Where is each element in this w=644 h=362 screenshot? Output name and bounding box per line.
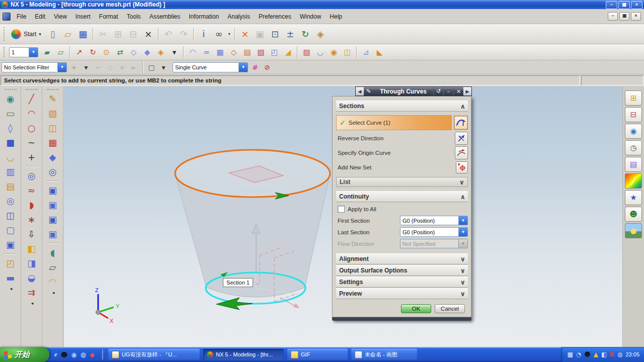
selection-filter-combo[interactable]: No Selection Filter ▼ [2,62,67,72]
open-file-icon[interactable]: ▱ [61,27,75,41]
constraint-navigator-icon[interactable]: ⊟ [625,107,642,122]
boss-icon[interactable]: ▣ [44,183,61,198]
menu-assemblies[interactable]: Assemblies [145,12,184,22]
split-body-icon[interactable]: ◫ [44,121,61,135]
cancel-button[interactable]: Cancel [435,304,465,313]
menu-analysis[interactable]: Analysis [223,12,254,22]
network-icon[interactable]: ◧ [601,351,607,358]
bounded-sheet-icon[interactable]: ▢ [2,223,19,237]
swept-surface-icon[interactable]: ◇ [227,46,240,58]
n-sided-surface-icon[interactable]: ▧ [255,46,267,58]
bounded-plane-icon[interactable]: ◰ [268,46,281,58]
dialog-titlebar[interactable]: ◀ ✎ Through Curves ↺ – × ▶ [355,86,472,96]
ie-icon[interactable]: e [54,350,57,358]
last-section-dropdown-arrow[interactable]: ▼ [458,228,467,236]
swoop-sheet-icon[interactable]: ◡ [2,150,19,164]
gallery-icon[interactable]: ● [625,223,642,238]
add-new-set-button[interactable] [456,161,468,173]
kaspersky-icon[interactable]: K [610,351,614,358]
menu-window[interactable]: Window [296,12,326,22]
no-snap-icon[interactable]: ⊘ [262,62,273,73]
expand-arrow-icon[interactable]: ∨ [460,267,465,275]
continuity-group-header[interactable]: Continuity ∧ [336,191,468,202]
history-icon[interactable]: ◷ [625,140,642,155]
datum-plane-icon[interactable]: ◇ [127,46,140,58]
menu-insert[interactable]: Insert [71,12,95,22]
section-surface-icon[interactable]: ▤ [241,46,254,58]
expand-arrow-icon[interactable]: ∨ [459,178,464,186]
downloader-icon[interactable]: ◆ [90,351,95,358]
pad-icon[interactable]: ▣ [44,212,61,227]
qq-tray-icon[interactable]: ☻ [584,351,591,358]
zoom-box-icon[interactable]: ▣ [253,27,267,41]
four-sided-surface-icon[interactable]: ◊ [2,121,19,135]
menu-format[interactable]: Format [95,12,122,22]
reverse-direction-button[interactable] [455,132,468,145]
first-section-combo[interactable]: G0 (Position) ▼ [400,216,468,225]
scroll-left-icon[interactable]: ◂ [45,289,62,296]
tube-icon[interactable]: ◎ [44,164,61,179]
scroll-left-icon[interactable]: ◂ [3,285,20,292]
close-button[interactable]: × [631,1,642,9]
curve-on-surface-icon[interactable]: ∗ [23,212,40,227]
orient-wcs-icon[interactable]: ⇄ [114,46,126,58]
toolbar-grip[interactable] [26,89,38,90]
expand-arrow-icon[interactable]: ∨ [460,290,465,298]
law-curve-icon[interactable]: ≈ [23,183,40,198]
work-layer-dropdown-arrow[interactable]: ▼ [29,48,38,57]
block-icon[interactable]: ■ [2,135,19,150]
more-datum-arrow[interactable]: ▾ [168,46,181,58]
datum-axis-icon[interactable]: ◆ [141,46,153,58]
menu-help[interactable]: Help [326,12,346,22]
last-section-combo[interactable]: G0 (Position) ▼ [400,227,468,237]
doc-minimize-button[interactable]: – [608,12,618,21]
ok-button[interactable]: OK [401,304,431,313]
extrude-icon[interactable]: ▥ [2,164,19,179]
list-collapsed-bar[interactable]: List ∨ [336,177,468,187]
zoom-in-out-icon[interactable]: ± [283,27,297,41]
settings-group-header[interactable]: Settings ∨ [336,277,468,288]
rectangle-select-icon[interactable]: ▢ [146,62,157,73]
update-icon[interactable]: ◍ [617,351,622,358]
visualization-icon[interactable]: ╱ [625,173,642,189]
wrap-curve-icon[interactable]: ◨ [23,256,40,270]
point-shapes-icon[interactable]: ◉ [2,92,19,106]
undo-selection-icon[interactable]: ↩ [93,62,104,73]
ruled-surface-icon[interactable]: ◠ [187,46,199,58]
dialog-drag-icon[interactable]: ✎ [364,87,373,96]
combine-curve-icon[interactable]: ◧ [23,241,40,256]
redo-icon[interactable]: ↷ [177,27,191,41]
app-launcher-icon[interactable]: ◉ [71,351,76,358]
collapse-arrow-icon[interactable]: ∧ [460,103,465,110]
scene-wand-icon[interactable]: ★ [625,190,642,205]
fit-view-icon[interactable]: × [238,27,252,41]
menu-information[interactable]: Information [185,12,223,22]
arc-icon[interactable]: ◠ [23,106,40,121]
preview-group-header[interactable]: Preview ∨ [336,288,468,299]
intersection-stop-icon[interactable]: # [250,62,261,73]
materials-icon[interactable]: ▤ [625,157,642,172]
menu-edit[interactable]: Edit [31,12,49,22]
alignment-group-header[interactable]: Alignment ∨ [336,253,468,264]
flatten-icon[interactable]: ▱ [44,260,61,275]
pan-view-icon[interactable]: ◈ [313,27,328,41]
sheet-body-icon[interactable]: ▤ [2,179,19,194]
paste-icon[interactable]: ⊟ [126,27,140,41]
keyboard-icon[interactable]: ▦ [567,351,573,358]
toolbar-grip[interactable] [4,47,7,58]
rotate-view-icon[interactable]: ↻ [298,27,312,41]
find-icon[interactable]: ∞ [212,27,226,41]
expand-arrow-icon[interactable]: ∨ [460,279,465,286]
bend-sheet-icon[interactable]: ◠ [44,275,61,289]
taskbar-button-gif-folder[interactable]: GIF [287,349,348,360]
law-extension-icon[interactable]: ◢ [282,46,294,58]
sections-group-header[interactable]: Sections ∧ [336,101,468,112]
sketch-icon[interactable]: ✎ [44,92,61,106]
minimize-button[interactable]: – [606,1,617,9]
curve-rule-dropdown-arrow[interactable]: ▼ [238,63,248,72]
dialog-nav-right-button[interactable]: ▶ [463,87,471,96]
helix-icon[interactable]: ◎ [23,168,40,183]
find-options-arrow[interactable]: ▾ [227,27,232,41]
styled-blend-icon[interactable]: ◡ [314,46,327,58]
layer-settings-icon[interactable]: ▰ [41,46,53,58]
